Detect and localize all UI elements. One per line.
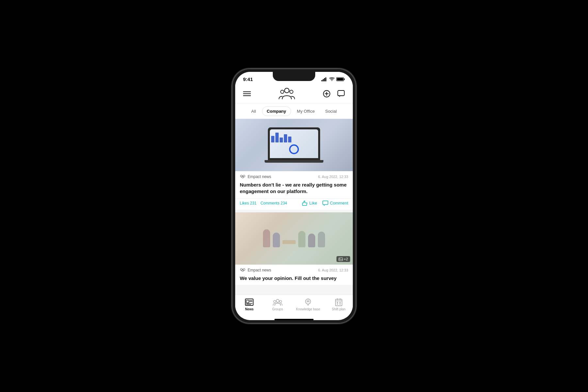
tab-social[interactable]: Social xyxy=(320,107,341,116)
post-1-actions: Likes 231 Comments 234 Like xyxy=(235,198,353,210)
header-actions xyxy=(321,89,346,99)
like-icon xyxy=(302,201,308,206)
tabs-bar: All Company My Office Social xyxy=(235,104,353,119)
svg-point-33 xyxy=(279,301,282,303)
post-1-action-buttons: Like Comment xyxy=(302,201,348,206)
svg-point-12 xyxy=(290,90,293,93)
wifi-icon xyxy=(329,77,335,81)
svg-rect-2 xyxy=(324,78,325,81)
svg-rect-3 xyxy=(325,77,326,81)
post-2-meta: Empact news 6. Aug 2022, 12:33 xyxy=(235,265,353,274)
menu-button[interactable] xyxy=(242,89,252,99)
phone-screen: 9:41 xyxy=(235,72,353,320)
nav-news-label: News xyxy=(245,307,253,311)
news-card-2: +2 Empact news 6. Aug 2022, 12:33 We xyxy=(235,212,353,285)
source-icon-2 xyxy=(240,268,246,272)
nav-groups-label: Groups xyxy=(272,307,283,311)
tab-company[interactable]: Company xyxy=(262,106,291,116)
svg-rect-46 xyxy=(337,303,338,304)
nav-shift-plan[interactable]: Shift plan xyxy=(329,298,349,311)
post-1-source: Empact news xyxy=(240,174,271,179)
chat-button[interactable] xyxy=(336,89,346,99)
nav-news[interactable]: News xyxy=(239,298,259,311)
nav-knowledge-label: Knowledge base xyxy=(296,307,320,311)
phone-frame: 9:41 xyxy=(232,69,356,323)
news-icon xyxy=(245,299,253,306)
svg-rect-44 xyxy=(337,302,338,303)
post-1-title: Numbers don't lie - we are really gettin… xyxy=(235,180,353,198)
svg-point-32 xyxy=(273,301,276,303)
hamburger-icon xyxy=(243,91,251,96)
content-area: Empact news 6. Aug 2022, 12:33 Numbers d… xyxy=(235,119,353,295)
post-2-date: 6. Aug 2022, 12:33 xyxy=(318,268,348,272)
svg-rect-5 xyxy=(344,78,345,80)
svg-rect-26 xyxy=(246,300,249,303)
comment-icon xyxy=(322,201,328,206)
post-2-title: We value your opinion. Fill out the surv… xyxy=(235,274,353,285)
tab-my-office[interactable]: My Office xyxy=(292,107,319,116)
news-card-1: Empact news 6. Aug 2022, 12:33 Numbers d… xyxy=(235,119,353,210)
svg-rect-1 xyxy=(323,79,324,81)
like-button[interactable]: Like xyxy=(302,201,317,206)
post-1-image xyxy=(235,119,353,171)
battery-icon xyxy=(336,77,345,81)
phone-notch xyxy=(273,72,315,81)
knowledge-nav-icon xyxy=(303,298,313,307)
shift-icon xyxy=(335,298,342,306)
svg-point-11 xyxy=(281,90,284,93)
svg-rect-45 xyxy=(339,302,341,303)
status-time: 9:41 xyxy=(243,76,253,82)
svg-point-31 xyxy=(276,300,279,302)
svg-point-10 xyxy=(285,88,289,93)
home-indicator xyxy=(274,319,314,320)
status-icons xyxy=(321,77,345,81)
image-count-badge: +2 xyxy=(336,256,350,262)
post-2-image: +2 xyxy=(235,212,353,265)
comment-button[interactable]: Comment xyxy=(322,201,348,206)
knowledge-icon xyxy=(304,298,312,306)
add-circle-icon xyxy=(323,90,330,97)
svg-rect-6 xyxy=(337,78,343,81)
app-logo xyxy=(279,87,295,100)
app-header xyxy=(235,84,353,104)
post-1-date: 6. Aug 2022, 12:33 xyxy=(318,175,348,179)
post-1-stats: Likes 231 Comments 234 xyxy=(240,201,287,205)
nav-groups[interactable]: Groups xyxy=(268,298,287,311)
svg-rect-16 xyxy=(338,90,344,96)
news-nav-icon xyxy=(245,298,254,307)
likes-count: Likes 231 xyxy=(240,201,256,205)
image-icon xyxy=(339,257,343,261)
nav-shift-label: Shift plan xyxy=(332,307,346,311)
chat-icon xyxy=(337,90,345,97)
groups-nav-icon xyxy=(273,298,282,307)
svg-rect-47 xyxy=(339,303,341,304)
shift-nav-icon xyxy=(334,298,343,307)
post-2-source: Empact news xyxy=(240,268,271,272)
add-button[interactable] xyxy=(321,89,332,99)
bottom-nav: News Groups xyxy=(235,295,353,318)
svg-rect-0 xyxy=(321,80,322,81)
comments-count: Comments 234 xyxy=(260,201,287,205)
post-1-meta: Empact news 6. Aug 2022, 12:33 xyxy=(235,171,353,180)
groups-icon xyxy=(273,299,282,306)
nav-knowledge-base[interactable]: Knowledge base xyxy=(296,298,320,311)
tab-all[interactable]: All xyxy=(247,107,260,116)
source-icon xyxy=(240,174,246,179)
logo-icon xyxy=(279,87,295,100)
svg-rect-40 xyxy=(335,299,342,306)
signal-icon xyxy=(321,77,327,81)
